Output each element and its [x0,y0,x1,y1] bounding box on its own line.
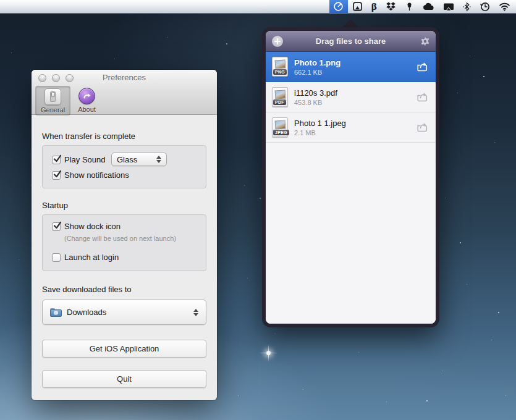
file-type-badge: JPEG [273,130,289,135]
toolbar: General About [35,86,101,114]
notifications-checkbox[interactable] [52,171,61,180]
sound-popup[interactable]: Glass [111,153,167,166]
popup-stepper-icon [156,156,161,163]
save-section-label: Save downloaded files to [42,285,132,294]
play-sound-checkbox-row: Play Sound [52,155,106,164]
menu-extras: β [329,0,515,13]
airplay-box-icon[interactable] [348,0,367,13]
transfer-section-label: When transfer is complete [42,132,135,141]
bluetooth-icon[interactable] [459,0,475,13]
beta-icon[interactable]: β [367,0,381,13]
dock-icon-checkbox-row: Show dock icon [52,222,121,231]
share-popover: Drag files to share PNG Photo 1.png 662.… [262,27,439,327]
menu-bar: β [0,0,516,14]
desktop: { "menubar": { "icons": [ "app-transfer-… [0,0,516,420]
get-ios-application-button[interactable]: Get iOS Application [42,340,206,358]
about-icon [78,88,95,104]
file-row[interactable]: PDF i1120s 3.pdf 453.8 KB [266,82,436,112]
switch-icon [44,88,61,105]
select-stepper-icon [193,309,198,316]
png-file-icon: PNG [272,57,288,77]
play-sound-checkbox[interactable] [52,156,61,164]
file-size: 453.8 KB [294,99,416,106]
file-row[interactable]: PNG Photo 1.png 662.1 KB [266,52,436,82]
drop-zone[interactable] [266,143,436,324]
preferences-window: Preferences General About When transfer … [32,70,217,400]
pin-icon[interactable] [400,0,418,13]
downloads-folder-select[interactable]: ↓ Downloads [42,300,206,325]
pdf-file-icon: PDF [272,87,288,107]
file-type-badge: PDF [273,99,286,105]
notifications-checkbox-row: Show notifications [52,170,129,180]
cloud-icon[interactable] [418,0,439,13]
flare-star [266,351,271,355]
dropbox-icon[interactable] [381,0,400,13]
downloads-folder-icon: ↓ [50,308,62,317]
file-row[interactable]: JPEG Photo 1 1.jpeg 2.1 MB [266,112,436,143]
quit-button[interactable]: Quit [42,370,206,388]
file-name: i1120s 3.pdf [294,88,416,98]
startup-section-label: Startup [42,201,68,210]
add-file-button[interactable] [272,36,283,47]
dock-icon-note: (Change will be used on next launch) [64,235,176,242]
file-size: 662.1 KB [294,69,416,76]
file-name: Photo 1.png [294,58,416,67]
file-name: Photo 1 1.jpeg [294,119,416,128]
display-mirroring-icon[interactable] [439,0,459,13]
popover-header: Drag files to share [266,31,436,52]
share-icon[interactable] [416,91,429,103]
tab-about[interactable]: About [73,86,101,114]
file-type-badge: PNG [273,69,287,75]
wifi-icon[interactable] [494,0,515,13]
launch-login-checkbox[interactable] [52,253,61,262]
launch-login-checkbox-row: Launch at login [52,253,119,262]
window-title: Preferences [32,70,217,86]
tab-general[interactable]: General [35,86,70,116]
popover-title: Drag files to share [266,36,436,46]
file-size: 2.1 MB [294,129,416,136]
transfer-group-box [42,145,206,188]
title-bar: Preferences General About [32,70,217,115]
share-icon[interactable] [416,121,429,133]
share-icon[interactable] [416,61,429,73]
dock-icon-checkbox[interactable] [52,222,61,231]
app-transfer-icon[interactable] [329,0,348,13]
time-machine-icon[interactable] [475,0,494,13]
jpeg-file-icon: JPEG [272,117,288,137]
gear-icon[interactable] [420,36,431,47]
